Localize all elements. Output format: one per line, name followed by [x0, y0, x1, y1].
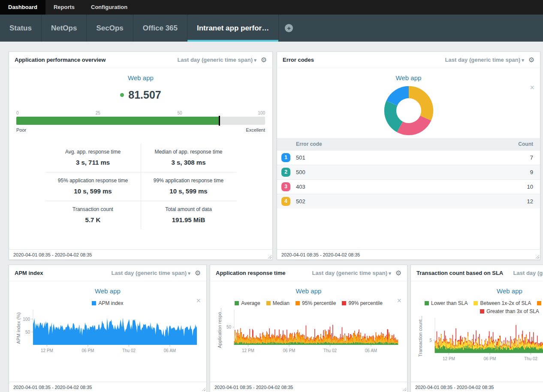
tab-office365[interactable]: Office 365 [133, 15, 187, 42]
error-codes-table: Error code Count 1 501 7 2 500 9 3 403 1… [277, 138, 540, 208]
timespan-dropdown[interactable]: Last day (generic time span)▾ [112, 270, 190, 276]
rank-badge: 4 [281, 197, 290, 206]
legend-label: 95% percentile [302, 300, 336, 306]
error-code-cell: 403 [296, 180, 429, 194]
svg-text:06 AM: 06 AM [365, 348, 377, 353]
menu-configuration[interactable]: Configuration [83, 0, 136, 15]
widget-header: Transaction count based on SLA Last day … [411, 265, 543, 281]
gear-icon[interactable]: ⚙ [528, 56, 534, 64]
widget-header: Application performance overview Last da… [9, 52, 272, 68]
status-dot-icon [120, 93, 124, 97]
error-code-cell: 502 [296, 194, 429, 209]
metric-value: 10 s, 599 ms [145, 187, 233, 195]
tab-secops[interactable]: SecOps [87, 15, 133, 42]
svg-text:12 PM: 12 PM [242, 348, 254, 353]
apm-gauge: 02550100 Poor Excellent [16, 111, 265, 133]
metrics-grid: Avg. app. response time3 s, 711 ms Media… [45, 144, 236, 229]
timespan-label: Last day (generic time span) [112, 270, 187, 276]
menu-dashboard[interactable]: Dashboard [0, 0, 45, 15]
legend-label: Between 1x-2x of SLA [480, 300, 531, 306]
chart-legend: Average Median 95% percentile 99% percen… [214, 300, 404, 306]
add-tab-button[interactable]: + [285, 24, 293, 32]
svg-text:50: 50 [25, 330, 30, 335]
apm-index-chart: 5010012 PM06 PMThu 0206 AMAPM index (%) [13, 308, 202, 358]
gauge-tick: 100 [258, 111, 265, 115]
svg-text:Thu 02: Thu 02 [524, 356, 538, 361]
table-row[interactable]: 4 502 12 [277, 194, 540, 209]
metric-cell: Total amount of data191.95 MiB [141, 201, 236, 230]
timespan-label: Last day (generic time span) [312, 270, 388, 276]
svg-text:06 AM: 06 AM [164, 348, 176, 353]
resize-handle[interactable] [534, 254, 539, 259]
rank-badge: 2 [281, 168, 290, 177]
widget-header: Application response time Last day (gene… [210, 265, 407, 281]
metric-cell: Avg. app. response time3 s, 711 ms [45, 144, 141, 172]
timespan-dropdown[interactable]: Last day (generic time span)▾ [513, 270, 543, 276]
close-icon[interactable]: × [196, 297, 201, 305]
close-icon[interactable]: × [397, 297, 401, 305]
footer-timerange: 2020-04-01 08:35 - 2020-04-02 08:35 [13, 385, 92, 390]
legend-label: Lower than SLA [431, 300, 468, 306]
table-row[interactable]: 1 501 7 [277, 151, 540, 165]
gauge-marker [219, 116, 220, 126]
legend-swatch [92, 301, 96, 305]
footer-timerange: 2020-04-01 08:35 - 2020-04-02 08:35 [415, 385, 494, 390]
footer-timerange: 2020-04-01 08:35 - 2020-04-02 08:35 [13, 252, 92, 257]
count-cell: 12 [429, 194, 540, 209]
legend-swatch [296, 301, 300, 305]
legend-item: 95% percentile [296, 300, 336, 306]
rank-badge: 1 [281, 153, 290, 162]
resize-handle[interactable] [201, 386, 205, 391]
metric-label: 99% application response time [145, 178, 233, 184]
metric-label: Transaction count [49, 206, 137, 212]
widget-footer: 2020-04-01 08:35 - 2020-04-02 08:35 [210, 382, 407, 392]
gauge-fill [16, 117, 220, 125]
widget-title: Application response time [216, 270, 286, 276]
gauge-tick: 25 [96, 111, 100, 115]
donut-chart [383, 85, 434, 136]
count-cell: 10 [429, 180, 540, 194]
tab-status[interactable]: Status [0, 15, 42, 42]
legend-item: Greater than 3x of SLA [480, 308, 539, 314]
table-row[interactable]: 2 500 9 [277, 165, 540, 180]
resize-handle[interactable] [401, 386, 406, 391]
gear-icon[interactable]: ⚙ [195, 269, 201, 277]
legend-label: 99% percentile [348, 300, 382, 306]
chart-legend: APM index [12, 300, 203, 306]
gauge-bar [16, 117, 265, 125]
widget-error-codes: Error codes Last day (generic time span)… [277, 51, 540, 260]
svg-text:5: 5 [429, 338, 432, 343]
gauge-poor-label: Poor [16, 127, 26, 133]
resize-handle[interactable] [267, 254, 272, 259]
menu-reports[interactable]: Reports [45, 0, 83, 15]
timespan-dropdown[interactable]: Last day (generic time span)▾ [178, 57, 256, 63]
widget-title: Error codes [283, 57, 314, 63]
close-icon[interactable]: × [530, 84, 534, 91]
svg-text:APM index (%): APM index (%) [16, 312, 21, 344]
table-header-row: Error code Count [277, 138, 540, 151]
footer-timerange: 2020-04-01 08:35 - 2020-04-02 08:35 [281, 252, 360, 257]
legend-item: Between 2x-3x of SLA [537, 300, 543, 306]
error-code-cell: 500 [296, 165, 429, 180]
metric-cell: 95% application response time10 s, 599 m… [45, 172, 141, 201]
metric-value: 10 s, 599 ms [49, 187, 137, 195]
table-row[interactable]: 3 403 10 [277, 180, 540, 194]
widget-footer: 2020-04-01 08:35 - 2020-04-02 08:35 [9, 249, 272, 259]
gear-icon[interactable]: ⚙ [395, 269, 401, 277]
timespan-dropdown[interactable]: Last day (generic time span)▾ [312, 270, 391, 276]
tab-netops[interactable]: NetOps [42, 15, 87, 42]
widget-title: Application performance overview [15, 57, 106, 63]
gauge-tick: 0 [16, 111, 19, 115]
apm-score-value: 81.507 [128, 89, 161, 101]
widget-subtitle: Web app [210, 287, 407, 295]
dashboard-tabbar: Status NetOps SecOps Office 365 Intranet… [0, 15, 543, 42]
legend-label: Greater than 3x of SLA [486, 308, 539, 314]
caret-down-icon: ▾ [188, 271, 190, 276]
gear-icon[interactable]: ⚙ [261, 56, 267, 64]
tab-intranet-app-performance[interactable]: Intranet app perfor… [187, 15, 279, 42]
timespan-label: Last day (generic time span) [178, 57, 253, 63]
widget-footer: 2020-04-01 08:35 - 2020-04-02 08:35 [411, 382, 543, 392]
legend-swatch [266, 301, 271, 305]
timespan-dropdown[interactable]: Last day (generic time span)▾ [445, 57, 524, 63]
gauge-excellent-label: Excellent [246, 127, 265, 133]
